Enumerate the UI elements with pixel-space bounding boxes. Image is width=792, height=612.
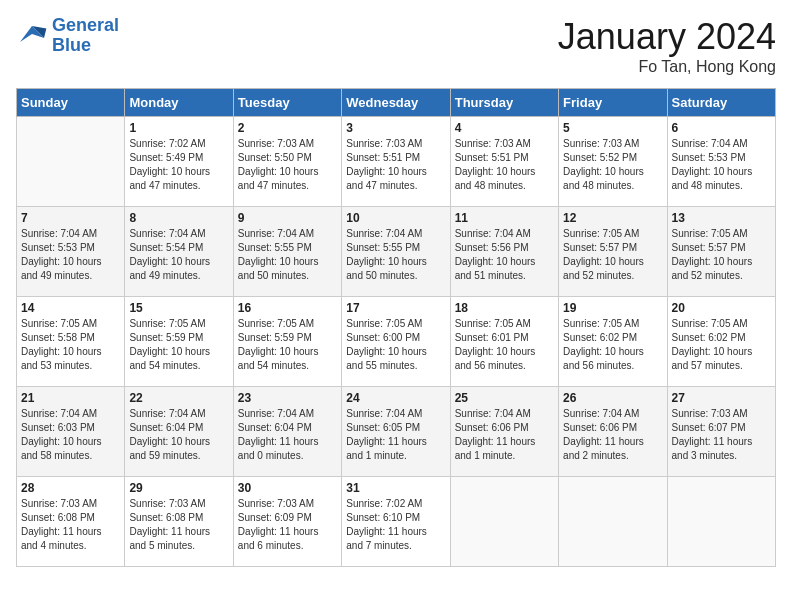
day-number: 22 <box>129 391 228 405</box>
calendar-cell: 16Sunrise: 7:05 AM Sunset: 5:59 PM Dayli… <box>233 297 341 387</box>
calendar-cell: 21Sunrise: 7:04 AM Sunset: 6:03 PM Dayli… <box>17 387 125 477</box>
weekday-header-tuesday: Tuesday <box>233 89 341 117</box>
calendar-cell: 27Sunrise: 7:03 AM Sunset: 6:07 PM Dayli… <box>667 387 775 477</box>
day-info: Sunrise: 7:05 AM Sunset: 6:02 PM Dayligh… <box>563 317 662 373</box>
day-info: Sunrise: 7:05 AM Sunset: 5:59 PM Dayligh… <box>129 317 228 373</box>
day-info: Sunrise: 7:02 AM Sunset: 5:49 PM Dayligh… <box>129 137 228 193</box>
week-row-2: 7Sunrise: 7:04 AM Sunset: 5:53 PM Daylig… <box>17 207 776 297</box>
weekday-header-row: SundayMondayTuesdayWednesdayThursdayFrid… <box>17 89 776 117</box>
week-row-5: 28Sunrise: 7:03 AM Sunset: 6:08 PM Dayli… <box>17 477 776 567</box>
day-info: Sunrise: 7:03 AM Sunset: 6:09 PM Dayligh… <box>238 497 337 553</box>
day-number: 12 <box>563 211 662 225</box>
week-row-3: 14Sunrise: 7:05 AM Sunset: 5:58 PM Dayli… <box>17 297 776 387</box>
day-number: 2 <box>238 121 337 135</box>
day-number: 9 <box>238 211 337 225</box>
weekday-header-friday: Friday <box>559 89 667 117</box>
calendar-cell: 31Sunrise: 7:02 AM Sunset: 6:10 PM Dayli… <box>342 477 450 567</box>
day-number: 4 <box>455 121 554 135</box>
day-info: Sunrise: 7:02 AM Sunset: 6:10 PM Dayligh… <box>346 497 445 553</box>
calendar-cell: 15Sunrise: 7:05 AM Sunset: 5:59 PM Dayli… <box>125 297 233 387</box>
location-label: Fo Tan, Hong Kong <box>558 58 776 76</box>
day-number: 13 <box>672 211 771 225</box>
day-info: Sunrise: 7:04 AM Sunset: 6:03 PM Dayligh… <box>21 407 120 463</box>
day-number: 15 <box>129 301 228 315</box>
calendar-cell: 23Sunrise: 7:04 AM Sunset: 6:04 PM Dayli… <box>233 387 341 477</box>
day-number: 21 <box>21 391 120 405</box>
day-info: Sunrise: 7:03 AM Sunset: 5:51 PM Dayligh… <box>455 137 554 193</box>
day-info: Sunrise: 7:04 AM Sunset: 5:55 PM Dayligh… <box>346 227 445 283</box>
day-info: Sunrise: 7:05 AM Sunset: 5:57 PM Dayligh… <box>563 227 662 283</box>
week-row-4: 21Sunrise: 7:04 AM Sunset: 6:03 PM Dayli… <box>17 387 776 477</box>
day-info: Sunrise: 7:03 AM Sunset: 5:51 PM Dayligh… <box>346 137 445 193</box>
day-info: Sunrise: 7:04 AM Sunset: 5:56 PM Dayligh… <box>455 227 554 283</box>
day-info: Sunrise: 7:03 AM Sunset: 6:07 PM Dayligh… <box>672 407 771 463</box>
day-number: 18 <box>455 301 554 315</box>
calendar-cell: 3Sunrise: 7:03 AM Sunset: 5:51 PM Daylig… <box>342 117 450 207</box>
calendar-cell: 26Sunrise: 7:04 AM Sunset: 6:06 PM Dayli… <box>559 387 667 477</box>
day-number: 14 <box>21 301 120 315</box>
day-info: Sunrise: 7:03 AM Sunset: 5:52 PM Dayligh… <box>563 137 662 193</box>
day-number: 6 <box>672 121 771 135</box>
day-info: Sunrise: 7:03 AM Sunset: 6:08 PM Dayligh… <box>21 497 120 553</box>
day-number: 28 <box>21 481 120 495</box>
day-number: 25 <box>455 391 554 405</box>
calendar-cell <box>667 477 775 567</box>
day-info: Sunrise: 7:05 AM Sunset: 5:58 PM Dayligh… <box>21 317 120 373</box>
calendar-cell: 13Sunrise: 7:05 AM Sunset: 5:57 PM Dayli… <box>667 207 775 297</box>
day-info: Sunrise: 7:05 AM Sunset: 6:00 PM Dayligh… <box>346 317 445 373</box>
day-number: 20 <box>672 301 771 315</box>
calendar-cell: 28Sunrise: 7:03 AM Sunset: 6:08 PM Dayli… <box>17 477 125 567</box>
day-info: Sunrise: 7:04 AM Sunset: 6:04 PM Dayligh… <box>238 407 337 463</box>
calendar-cell: 14Sunrise: 7:05 AM Sunset: 5:58 PM Dayli… <box>17 297 125 387</box>
calendar-cell <box>559 477 667 567</box>
day-number: 5 <box>563 121 662 135</box>
weekday-header-wednesday: Wednesday <box>342 89 450 117</box>
calendar-cell: 5Sunrise: 7:03 AM Sunset: 5:52 PM Daylig… <box>559 117 667 207</box>
weekday-header-saturday: Saturday <box>667 89 775 117</box>
calendar-cell: 25Sunrise: 7:04 AM Sunset: 6:06 PM Dayli… <box>450 387 558 477</box>
calendar-cell: 6Sunrise: 7:04 AM Sunset: 5:53 PM Daylig… <box>667 117 775 207</box>
day-info: Sunrise: 7:04 AM Sunset: 5:53 PM Dayligh… <box>672 137 771 193</box>
calendar-cell: 2Sunrise: 7:03 AM Sunset: 5:50 PM Daylig… <box>233 117 341 207</box>
calendar-cell: 30Sunrise: 7:03 AM Sunset: 6:09 PM Dayli… <box>233 477 341 567</box>
calendar-cell <box>450 477 558 567</box>
calendar-cell: 18Sunrise: 7:05 AM Sunset: 6:01 PM Dayli… <box>450 297 558 387</box>
logo-text-line2: Blue <box>52 36 119 56</box>
day-number: 8 <box>129 211 228 225</box>
day-info: Sunrise: 7:04 AM Sunset: 6:06 PM Dayligh… <box>563 407 662 463</box>
calendar-cell: 4Sunrise: 7:03 AM Sunset: 5:51 PM Daylig… <box>450 117 558 207</box>
calendar-cell: 17Sunrise: 7:05 AM Sunset: 6:00 PM Dayli… <box>342 297 450 387</box>
day-number: 16 <box>238 301 337 315</box>
day-number: 17 <box>346 301 445 315</box>
day-number: 10 <box>346 211 445 225</box>
day-info: Sunrise: 7:05 AM Sunset: 5:57 PM Dayligh… <box>672 227 771 283</box>
calendar-cell: 8Sunrise: 7:04 AM Sunset: 5:54 PM Daylig… <box>125 207 233 297</box>
day-number: 31 <box>346 481 445 495</box>
weekday-header-thursday: Thursday <box>450 89 558 117</box>
calendar-cell: 7Sunrise: 7:04 AM Sunset: 5:53 PM Daylig… <box>17 207 125 297</box>
calendar-cell <box>17 117 125 207</box>
day-number: 1 <box>129 121 228 135</box>
week-row-1: 1Sunrise: 7:02 AM Sunset: 5:49 PM Daylig… <box>17 117 776 207</box>
logo-icon <box>16 22 48 50</box>
day-info: Sunrise: 7:04 AM Sunset: 6:06 PM Dayligh… <box>455 407 554 463</box>
day-number: 11 <box>455 211 554 225</box>
day-info: Sunrise: 7:05 AM Sunset: 6:01 PM Dayligh… <box>455 317 554 373</box>
calendar-cell: 12Sunrise: 7:05 AM Sunset: 5:57 PM Dayli… <box>559 207 667 297</box>
calendar-cell: 20Sunrise: 7:05 AM Sunset: 6:02 PM Dayli… <box>667 297 775 387</box>
logo-text-line1: General <box>52 16 119 36</box>
day-number: 24 <box>346 391 445 405</box>
weekday-header-monday: Monday <box>125 89 233 117</box>
day-info: Sunrise: 7:04 AM Sunset: 5:54 PM Dayligh… <box>129 227 228 283</box>
day-info: Sunrise: 7:04 AM Sunset: 5:53 PM Dayligh… <box>21 227 120 283</box>
title-block: January 2024 Fo Tan, Hong Kong <box>558 16 776 76</box>
day-info: Sunrise: 7:04 AM Sunset: 5:55 PM Dayligh… <box>238 227 337 283</box>
day-info: Sunrise: 7:04 AM Sunset: 6:05 PM Dayligh… <box>346 407 445 463</box>
day-number: 3 <box>346 121 445 135</box>
calendar-cell: 19Sunrise: 7:05 AM Sunset: 6:02 PM Dayli… <box>559 297 667 387</box>
logo: General Blue <box>16 16 119 56</box>
day-info: Sunrise: 7:04 AM Sunset: 6:04 PM Dayligh… <box>129 407 228 463</box>
weekday-header-sunday: Sunday <box>17 89 125 117</box>
day-info: Sunrise: 7:05 AM Sunset: 5:59 PM Dayligh… <box>238 317 337 373</box>
day-number: 26 <box>563 391 662 405</box>
